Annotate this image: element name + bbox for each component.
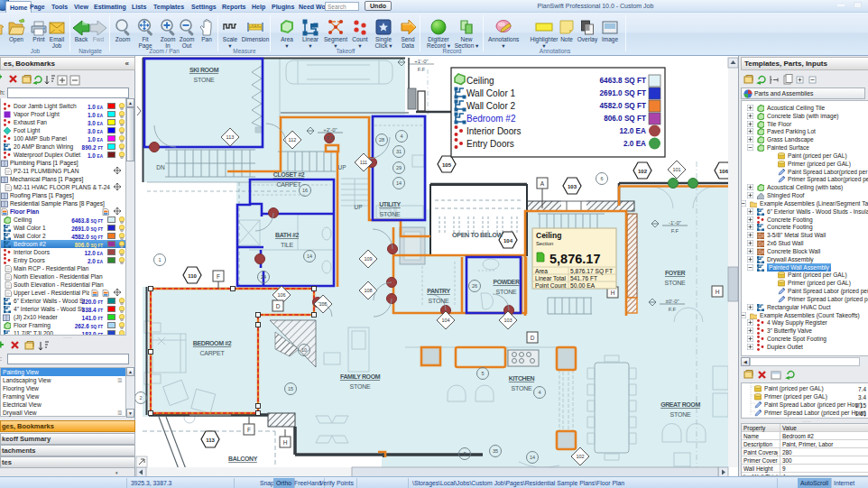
svg-text:Linear Total: Linear Total	[535, 275, 567, 281]
svg-text:113: 113	[226, 134, 235, 140]
svg-text:102: 102	[576, 454, 584, 459]
svg-text:50.00 EA: 50.00 EA	[570, 282, 596, 289]
svg-text:806.0 SQ FT: 806.0 SQ FT	[604, 115, 646, 123]
svg-text:109: 109	[364, 256, 372, 262]
svg-text:UP: UP	[354, 204, 362, 210]
svg-text:F: F	[247, 427, 251, 433]
svg-text:110: 110	[188, 273, 197, 279]
svg-text:14: 14	[307, 253, 312, 259]
svg-text:12.0 EA: 12.0 EA	[619, 127, 646, 135]
svg-text:16: 16	[302, 188, 308, 193]
svg-text:Section: Section	[536, 241, 553, 246]
svg-text:STONE: STONE	[429, 298, 450, 304]
svg-text:±0'-0": ±0'-0"	[665, 299, 679, 304]
svg-text:KITCHEN: KITCHEN	[509, 375, 535, 382]
svg-text:5,876.17 SQ FT: 5,876.17 SQ FT	[570, 268, 613, 275]
svg-text:STONE: STONE	[670, 411, 692, 418]
svg-text:POWDER: POWDER	[493, 279, 519, 285]
svg-text:14: 14	[396, 180, 402, 186]
svg-text:112: 112	[289, 137, 297, 143]
svg-text:Area: Area	[535, 268, 548, 274]
svg-text:102: 102	[638, 169, 648, 174]
svg-text:1: 1	[158, 257, 161, 262]
svg-text:FOYER: FOYER	[665, 270, 685, 276]
svg-text:STONE: STONE	[496, 289, 518, 295]
svg-text:BALCONY: BALCONY	[228, 456, 258, 462]
svg-text:H: H	[611, 290, 615, 296]
svg-text:103: 103	[503, 318, 512, 323]
svg-text:Entry Doors: Entry Doors	[466, 139, 514, 149]
svg-text:+2'-0": +2'-0"	[323, 127, 337, 133]
svg-text:STONE: STONE	[194, 77, 216, 83]
svg-text:15: 15	[288, 386, 293, 391]
svg-text:Ceiling: Ceiling	[536, 231, 561, 240]
svg-text:OPEN TO BELOW: OPEN TO BELOW	[452, 231, 503, 239]
svg-text:541.76 FT: 541.76 FT	[570, 275, 597, 281]
svg-text:111: 111	[360, 160, 367, 165]
svg-text:6463.8 SQ FT: 6463.8 SQ FT	[600, 77, 646, 85]
svg-text:2.0 EA: 2.0 EA	[623, 140, 646, 148]
svg-text:106: 106	[719, 169, 729, 174]
svg-text:UP: UP	[337, 164, 346, 170]
svg-text:H: H	[283, 439, 288, 446]
svg-text:H: H	[716, 289, 720, 295]
svg-text:GREAT ROOM: GREAT ROOM	[660, 401, 700, 408]
svg-text:2: 2	[139, 395, 142, 401]
svg-text:35: 35	[493, 448, 498, 454]
svg-text:29: 29	[396, 165, 402, 170]
svg-text:Point Count: Point Count	[535, 282, 567, 289]
svg-text:2691.0 SQ FT: 2691.0 SQ FT	[600, 89, 646, 97]
svg-text:PANTRY: PANTRY	[427, 288, 450, 294]
svg-text:F.F: F.F	[669, 307, 677, 312]
svg-text:8: 8	[463, 451, 466, 456]
svg-text:A: A	[540, 180, 545, 187]
svg-text:STONE: STONE	[512, 385, 533, 391]
svg-text:BEDROOM #2: BEDROOM #2	[193, 340, 232, 346]
svg-text:CARPET: CARPET	[199, 350, 225, 356]
svg-text:Interior Doors: Interior Doors	[466, 126, 522, 136]
svg-text:101: 101	[672, 167, 680, 172]
svg-text:STONE: STONE	[665, 280, 687, 286]
svg-text:F.F: F.F	[327, 135, 335, 141]
svg-text:5: 5	[481, 371, 484, 376]
svg-text:113: 113	[206, 437, 215, 443]
svg-text:26: 26	[472, 283, 477, 289]
svg-text:DN: DN	[156, 164, 165, 170]
svg-text:+1'-0": +1'-0"	[414, 59, 428, 64]
svg-text:BATH #2: BATH #2	[275, 232, 299, 238]
svg-text:103: 103	[568, 184, 577, 189]
svg-text:105: 105	[442, 162, 452, 168]
svg-text:D: D	[531, 335, 535, 341]
svg-text:CLOSET #2: CLOSET #2	[273, 171, 305, 178]
svg-text:Bedroom #2: Bedroom #2	[466, 114, 516, 124]
svg-text:4582.0 SQ FT: 4582.0 SQ FT	[600, 102, 646, 110]
svg-text:4: 4	[538, 390, 540, 395]
svg-text:-1'-0": -1'-0"	[669, 220, 681, 226]
svg-text:28: 28	[379, 137, 384, 143]
svg-text:4: 4	[400, 134, 402, 139]
svg-text:STONE: STONE	[350, 383, 372, 390]
svg-text:108: 108	[364, 288, 372, 293]
svg-text:F.F: F.F	[671, 228, 679, 234]
svg-text:TILE: TILE	[281, 242, 294, 248]
svg-text:104: 104	[503, 238, 513, 244]
svg-text:104: 104	[441, 318, 449, 323]
svg-text:5,876.17: 5,876.17	[549, 252, 600, 266]
svg-text:CARPET: CARPET	[276, 181, 301, 188]
svg-text:31: 31	[396, 149, 402, 154]
svg-text:14: 14	[530, 455, 535, 460]
svg-text:24: 24	[261, 274, 266, 280]
svg-text:6: 6	[600, 176, 603, 181]
svg-text:10: 10	[301, 347, 307, 353]
svg-text:F: F	[217, 273, 220, 280]
svg-text:106: 106	[277, 292, 285, 298]
svg-text:SKI ROOM: SKI ROOM	[189, 67, 219, 73]
svg-text:Ceiling: Ceiling	[466, 76, 494, 86]
svg-text:FAMILY ROOM: FAMILY ROOM	[340, 373, 381, 380]
svg-text:UTILITY: UTILITY	[379, 201, 401, 207]
svg-text:STONE: STONE	[380, 211, 402, 217]
svg-text:Wall Color 2: Wall Color 2	[466, 101, 516, 111]
svg-text:Wall Color 1: Wall Color 1	[466, 88, 516, 98]
svg-text:D: D	[276, 303, 281, 309]
svg-text:F.F: F.F	[418, 67, 426, 72]
